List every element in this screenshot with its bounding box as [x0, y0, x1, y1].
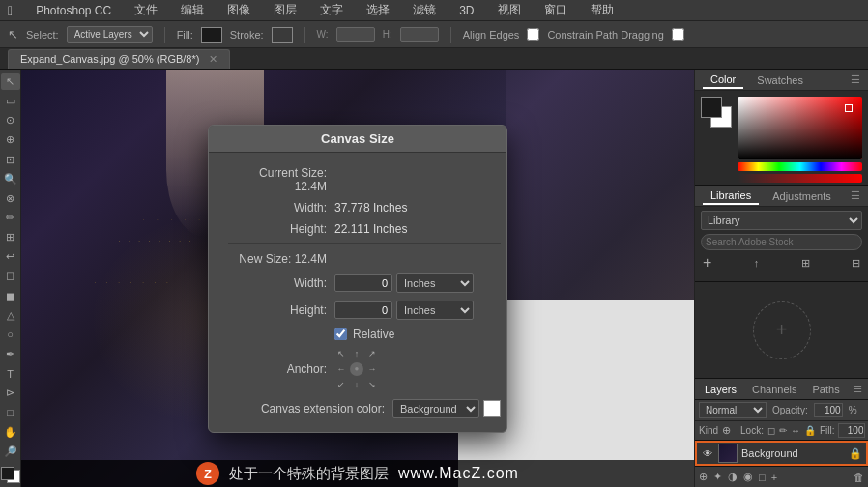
width-input[interactable]	[336, 27, 375, 42]
active-layers-select[interactable]: Active Layers	[67, 26, 153, 43]
anchor-arrow-se[interactable]: ↘	[365, 378, 379, 391]
rectangle-select-tool[interactable]: ▭	[1, 93, 20, 109]
menu-layer[interactable]: 图层	[268, 0, 303, 20]
quick-select-tool[interactable]: ⊕	[1, 131, 20, 148]
menu-select[interactable]: 选择	[361, 0, 395, 20]
relative-checkbox[interactable]	[334, 328, 347, 340]
gradient-tool[interactable]: ◼	[1, 288, 20, 304]
add-mask-icon[interactable]: ◑	[728, 471, 738, 483]
align-edges-checkbox[interactable]	[527, 28, 539, 41]
add-link-icon[interactable]: ⊕	[699, 471, 708, 483]
shape-tool[interactable]: □	[1, 404, 20, 420]
share-library-icon[interactable]: ↑	[754, 257, 760, 269]
anchor-arrow-s[interactable]: ↓	[350, 378, 363, 391]
background-layer-row[interactable]: 👁 Background 🔒	[695, 441, 868, 466]
crop-tool[interactable]: ⊡	[1, 152, 20, 168]
canvas-ext-swatch[interactable]	[483, 400, 501, 417]
lasso-tool[interactable]: ⊙	[1, 112, 20, 129]
libraries-panel-menu-icon[interactable]: ☰	[851, 189, 860, 202]
menu-filter[interactable]: 滤镜	[407, 0, 442, 20]
menu-image[interactable]: 图像	[221, 0, 256, 20]
hand-tool[interactable]: ✋	[1, 424, 20, 441]
move-tool[interactable]: ↖	[1, 73, 20, 90]
layers-panel-menu-icon[interactable]: ☰	[854, 384, 862, 394]
new-width-label: Width:	[228, 276, 334, 290]
library-select[interactable]: Library	[701, 211, 862, 230]
blur-tool[interactable]: △	[1, 307, 20, 324]
canvas-ext-select[interactable]: Background Foreground White Black Other	[392, 399, 479, 418]
blend-mode-select[interactable]: Normal	[699, 402, 767, 418]
anchor-arrow-nw[interactable]: ↖	[334, 347, 348, 360]
path-select-tool[interactable]: ⊳	[1, 385, 20, 401]
adobe-stock-search[interactable]	[701, 234, 862, 250]
layer-visibility-icon[interactable]: 👁	[701, 446, 714, 460]
heal-tool[interactable]: ⊗	[1, 190, 20, 207]
fg-bg-color-selector[interactable]	[1, 467, 20, 483]
delete-layer-icon[interactable]: 🗑	[854, 472, 864, 483]
color-panel-menu-icon[interactable]: ☰	[851, 73, 860, 86]
new-width-input[interactable]	[334, 274, 392, 292]
tab-channels[interactable]: Channels	[748, 382, 800, 397]
lock-image-icon[interactable]: ✏	[779, 425, 787, 436]
tab-color[interactable]: Color	[703, 72, 743, 89]
constrain-checkbox[interactable]	[672, 28, 684, 41]
menu-photoshop[interactable]: Photoshop CC	[30, 2, 117, 19]
opacity-input[interactable]	[814, 403, 843, 417]
height-input[interactable]	[400, 27, 439, 42]
eyedropper-tool[interactable]: 🔍	[1, 171, 20, 187]
list-view-icon[interactable]: ⊞	[801, 257, 810, 270]
add-layer-icon[interactable]: +	[771, 472, 777, 483]
add-adjustment-icon[interactable]: ◉	[743, 471, 753, 483]
tab-adjustments[interactable]: Adjustments	[765, 188, 839, 204]
kind-filter-icon[interactable]: ⊕	[722, 424, 731, 437]
anchor-arrow-n[interactable]: ↑	[350, 347, 363, 360]
history-brush-tool[interactable]: ↩	[1, 248, 20, 265]
lock-all-icon[interactable]: 🔒	[804, 425, 816, 436]
zoom-tool[interactable]: 🔎	[1, 444, 20, 460]
foreground-color[interactable]	[1, 467, 14, 480]
text-tool[interactable]: T	[1, 365, 20, 382]
new-width-unit[interactable]: Inches Pixels Centimeters	[396, 273, 474, 293]
anchor-arrow-w[interactable]: ←	[334, 362, 348, 376]
menu-help[interactable]: 帮助	[585, 0, 620, 20]
color-cursor	[845, 104, 853, 112]
fill-color-swatch[interactable]	[201, 27, 222, 43]
fill-input[interactable]	[838, 423, 865, 438]
tab-layers[interactable]: Layers	[701, 382, 740, 397]
menu-edit[interactable]: 编辑	[175, 0, 210, 20]
fg-color-square[interactable]	[701, 97, 722, 118]
menu-view[interactable]: 视图	[492, 0, 527, 20]
anchor-center-dot[interactable]: ●	[350, 362, 363, 376]
anchor-label: Anchor:	[228, 362, 334, 376]
grid-view-icon[interactable]: ⊟	[852, 257, 860, 270]
anchor-arrow-sw[interactable]: ↙	[334, 378, 348, 391]
canvas-tab[interactable]: Expand_Canvas.jpg @ 50% (RGB/8*) ✕	[8, 49, 230, 69]
lock-position-icon[interactable]: ↔	[791, 425, 800, 436]
lock-transparent-icon[interactable]: ◻	[767, 425, 775, 436]
menu-type[interactable]: 文字	[314, 0, 349, 20]
pen-tool[interactable]: ✒	[1, 346, 20, 362]
color-gradient-field[interactable]	[738, 97, 862, 159]
add-library-circle[interactable]: +	[753, 301, 811, 359]
tab-swatches[interactable]: Swatches	[749, 72, 811, 88]
eraser-tool[interactable]: ◻	[1, 268, 20, 284]
new-height-unit[interactable]: Inches Pixels	[396, 301, 474, 320]
brush-tool[interactable]: ✏	[1, 210, 20, 226]
anchor-arrow-e[interactable]: →	[365, 362, 379, 376]
tab-paths[interactable]: Paths	[809, 382, 844, 397]
dodge-tool[interactable]: ○	[1, 327, 20, 343]
tab-close-icon[interactable]: ✕	[209, 53, 217, 65]
add-group-icon[interactable]: □	[759, 472, 766, 483]
clone-tool[interactable]: ⊞	[1, 229, 20, 245]
tab-libraries[interactable]: Libraries	[703, 187, 759, 205]
add-style-icon[interactable]: ✦	[713, 471, 722, 483]
menu-window[interactable]: 窗口	[538, 0, 573, 20]
add-library-icon[interactable]: +	[703, 254, 711, 272]
hue-slider[interactable]	[738, 162, 862, 171]
anchor-arrow-ne[interactable]: ↗	[365, 347, 379, 360]
alpha-slider[interactable]	[738, 174, 862, 183]
menu-file[interactable]: 文件	[129, 0, 163, 20]
menu-3d[interactable]: 3D	[453, 2, 479, 19]
new-height-input[interactable]	[334, 301, 392, 319]
stroke-color-swatch[interactable]	[272, 27, 293, 43]
